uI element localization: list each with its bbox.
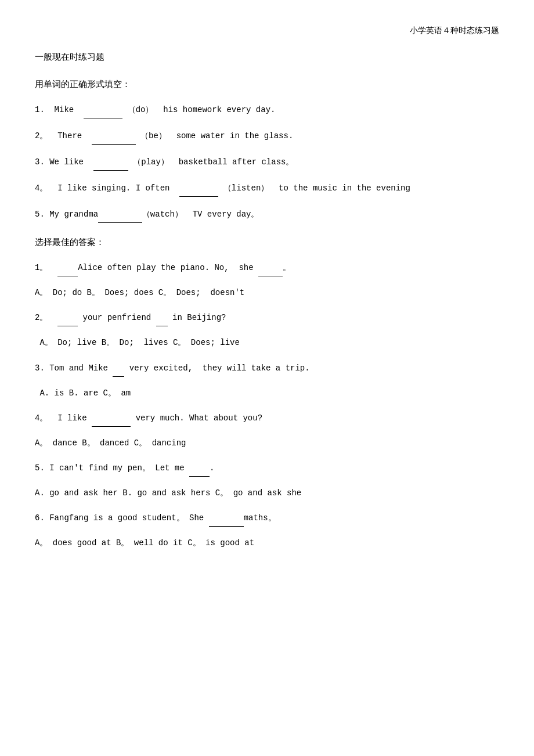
q2-blank xyxy=(92,128,136,145)
mc-q3-options: A. is B. are C。 am xyxy=(35,386,499,401)
page-header: 小学英语４种时态练习题 xyxy=(35,23,499,38)
mc-q5-text: 5. I can't find my pen。 Let me . xyxy=(35,463,214,473)
q5-hint: （watch） TV every day。 xyxy=(142,210,259,219)
mc-question-4: 4。 I like very much. What about you? xyxy=(35,410,499,427)
mc-question-1: 1。 Alice often play the piano. No, she 。 xyxy=(35,260,499,276)
mc-q2-opt: A。 Do; live B。 Do; lives C。 Does; live xyxy=(35,338,240,347)
q2-hint: （be） some water in the glass. xyxy=(136,131,294,141)
mc-q4-text: 4。 I like very much. What about you? xyxy=(35,413,262,423)
q2-num: 2。 There xyxy=(35,131,92,141)
q5-blank xyxy=(98,206,142,223)
mc-q1-text: 1。 Alice often play the piano. No, she 。 xyxy=(35,263,291,272)
mc-q5-opt: A. go and ask her B. go and ask hers C。 … xyxy=(35,488,301,498)
mc-q2-options: A。 Do; live B。 Do; lives C。 Does; live xyxy=(35,336,499,350)
mc-q1-options: A。 Do; do B。 Does; does C。 Does; doesn't xyxy=(35,286,499,300)
mc-q5-options: A. go and ask her B. go and ask hers C。 … xyxy=(35,486,499,501)
section1-instruction: 用单词的正确形式填空： xyxy=(35,77,499,92)
q5-num: 5. My grandma xyxy=(35,210,98,219)
mc-q5-blank xyxy=(189,460,210,477)
question-3: 3. We like （play） basketball after class… xyxy=(35,154,499,171)
mc-question-3: 3. Tom and Mike very excited, they will … xyxy=(35,360,499,377)
q3-num: 3. We like xyxy=(35,157,93,167)
mc-q1-opt: A。 Do; do B。 Does; does C。 Does; doesn't xyxy=(35,288,244,297)
mc-q4-blank xyxy=(92,410,131,427)
mc-q1-blank1 xyxy=(57,260,78,276)
mc-q4-opt: A。 dance B。 danced C。 dancing xyxy=(35,438,186,448)
mc-q6-options: A。 does good at B。 well do it C。 is good… xyxy=(35,536,499,550)
mc-q6-opt: A。 does good at B。 well do it C。 is good… xyxy=(35,538,254,548)
header-title: 小学英语４种时态练习题 xyxy=(410,26,499,35)
q4-num: 4。 I like singing. I often xyxy=(35,183,179,193)
mc-q6-blank xyxy=(209,510,244,527)
mc-question-6: 6. Fangfang is a good student。 She maths… xyxy=(35,510,499,527)
q4-hint: （listen） to the music in the evening xyxy=(218,183,410,193)
mc-q6-text: 6. Fangfang is a good student。 She maths… xyxy=(35,513,276,523)
section2-title: 选择最佳的答案： xyxy=(35,235,499,250)
question-4: 4。 I like singing. I often （listen） to t… xyxy=(35,180,499,197)
mc-q2-blank2 xyxy=(156,309,168,326)
q1-hint: （do） his homework every day. xyxy=(122,105,275,114)
mc-question-2: 2。 your penfriend in Beijing? xyxy=(35,309,499,326)
q1-blank xyxy=(84,102,122,118)
q4-blank xyxy=(179,180,218,197)
mc-q1-blank2 xyxy=(258,260,283,276)
q3-hint: （play） basketball after class。 xyxy=(128,157,294,167)
q1-num: 1. Mike xyxy=(35,105,84,114)
mc-q3-opt: A. is B. are C。 am xyxy=(35,388,131,398)
question-1: 1. Mike （do） his homework every day. xyxy=(35,102,499,118)
mc-q2-blank1 xyxy=(57,309,78,326)
mc-q4-options: A。 dance B。 danced C。 dancing xyxy=(35,436,499,451)
q3-blank xyxy=(93,154,128,171)
mc-question-5: 5. I can't find my pen。 Let me . xyxy=(35,460,499,477)
mc-q2-text: 2。 your penfriend in Beijing? xyxy=(35,313,226,322)
main-title: 一般现在时练习题 xyxy=(35,49,499,65)
question-2: 2。 There （be） some water in the glass. xyxy=(35,128,499,145)
question-5: 5. My grandma （watch） TV every day。 xyxy=(35,206,499,223)
mc-q3-blank xyxy=(113,360,124,377)
mc-q3-text: 3. Tom and Mike very excited, they will … xyxy=(35,363,310,373)
